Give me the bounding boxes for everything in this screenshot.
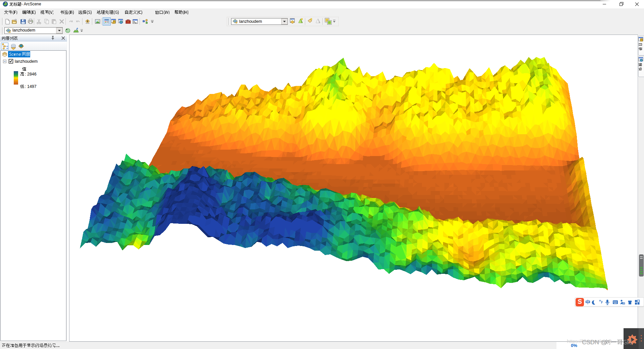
svg-text:CSDN @: CSDN @ (582, 339, 607, 346)
svg-text:: 1497: : 1497 (25, 84, 37, 89)
svg-text:SO: SO (623, 303, 626, 305)
svg-text:lanzhoudem: lanzhoudem (15, 59, 38, 64)
svg-text:: 2846: : 2846 (25, 72, 37, 77)
